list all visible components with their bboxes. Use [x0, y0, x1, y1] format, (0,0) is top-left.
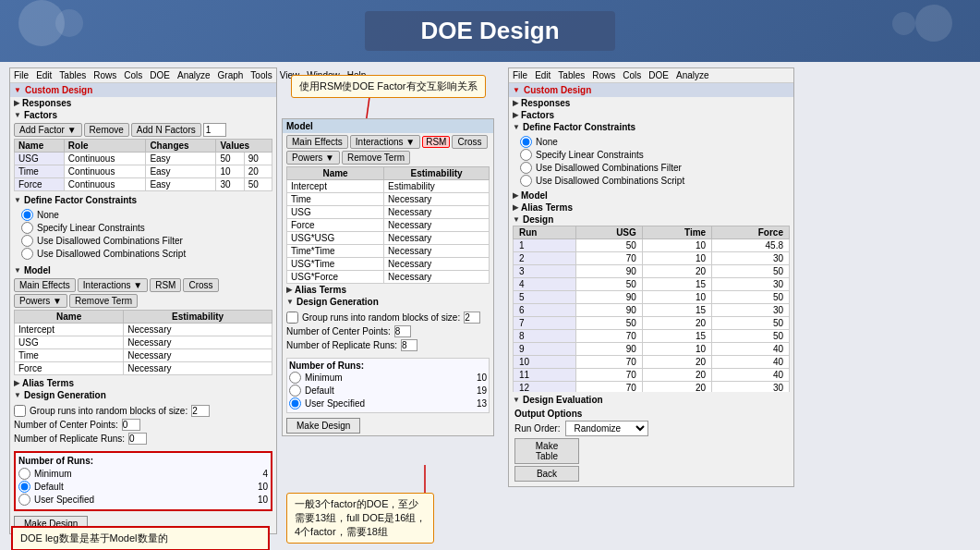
- n-factors-input[interactable]: [203, 123, 226, 137]
- r-menu-rows[interactable]: Rows: [592, 70, 615, 80]
- right-radio-linear-input[interactable]: [520, 149, 532, 161]
- design-force: 50: [712, 330, 790, 343]
- powers-btn[interactable]: Powers ▼: [14, 294, 67, 308]
- col-changes: Changes: [146, 140, 216, 153]
- mid-main-effects-btn[interactable]: Main Effects: [286, 135, 348, 149]
- r-menu-doe[interactable]: DOE: [648, 70, 669, 80]
- right-menubar: File Edit Tables Rows Cols DOE Analyze: [509, 68, 793, 83]
- make-table-button[interactable]: Make Table: [514, 438, 579, 464]
- mid-powers-btn[interactable]: Powers ▼: [286, 151, 340, 165]
- right-define-constraints-section[interactable]: Define Factor Constraints: [509, 121, 793, 133]
- group-runs-checkbox[interactable]: [14, 405, 26, 417]
- menu-tools[interactable]: Tools: [250, 70, 272, 80]
- mid-rsm-btn[interactable]: RSM: [422, 136, 450, 148]
- mid-runs-default-radio[interactable]: [289, 385, 301, 397]
- mid-interactions-btn[interactable]: Interactions ▼: [350, 135, 420, 149]
- factors-section[interactable]: Factors: [10, 109, 276, 121]
- r-menu-edit[interactable]: Edit: [535, 70, 550, 80]
- interactions-btn[interactable]: Interactions ▼: [78, 278, 148, 292]
- center-points-input[interactable]: [122, 419, 140, 431]
- header: DOE Design: [0, 0, 980, 62]
- runs-min-value: 4: [244, 469, 268, 479]
- factor-role: Continuous: [64, 165, 146, 178]
- runs-default-radio[interactable]: [18, 481, 30, 493]
- table-row: 6 90 15 30: [514, 304, 790, 317]
- mid-runs-min-val: 10: [449, 373, 487, 383]
- menu-doe[interactable]: DOE: [150, 70, 170, 80]
- add-factor-button[interactable]: Add Factor ▼: [14, 123, 82, 137]
- mid-col-name: Name: [287, 167, 384, 180]
- radio-linear-label: Specify Linear Constraints: [37, 223, 145, 233]
- right-alias-section[interactable]: Alias Terms: [509, 202, 793, 214]
- group-runs-input[interactable]: [191, 405, 210, 417]
- menu-graph[interactable]: Graph: [218, 70, 244, 80]
- radio-linear-input[interactable]: [21, 222, 33, 234]
- design-col-usg: USG: [575, 226, 642, 239]
- cross-btn[interactable]: Cross: [183, 278, 218, 292]
- mid-rep-runs-input[interactable]: [401, 339, 417, 351]
- design-force: 30: [712, 252, 790, 265]
- mid-group-runs-checkbox[interactable]: [286, 312, 298, 324]
- menu-cols[interactable]: Cols: [124, 70, 142, 80]
- table-row: Time Continuous Easy 10 20: [15, 165, 272, 178]
- right-factors-section[interactable]: Factors: [509, 109, 793, 121]
- r-menu-file[interactable]: File: [513, 70, 527, 80]
- rsm-btn[interactable]: RSM: [150, 278, 181, 292]
- main-effects-btn[interactable]: Main Effects: [14, 278, 76, 292]
- mid-alias-section[interactable]: Alias Terms: [283, 284, 493, 296]
- model-table: Name Estimability Intercept NecessaryUSG…: [14, 310, 272, 375]
- design-run: 1: [514, 239, 576, 252]
- menu-analyze[interactable]: Analyze: [177, 70, 211, 80]
- r-menu-tables[interactable]: Tables: [558, 70, 585, 80]
- add-n-factors-button[interactable]: Add N Factors: [131, 123, 201, 137]
- mid-runs-user-radio[interactable]: [289, 397, 301, 409]
- group-runs-row: Group runs into random blocks of size:: [14, 405, 272, 417]
- runs-user-radio[interactable]: [18, 494, 30, 506]
- menu-tables[interactable]: Tables: [59, 70, 86, 80]
- menu-edit[interactable]: Edit: [36, 70, 52, 80]
- design-run: 3: [514, 265, 576, 278]
- menu-file[interactable]: File: [14, 70, 29, 80]
- col-values: Values: [216, 140, 272, 153]
- remove-button[interactable]: Remove: [84, 123, 129, 137]
- design-eval-section[interactable]: Design Evaluation: [509, 394, 793, 406]
- mid-remove-term-btn[interactable]: Remove Term: [342, 151, 410, 165]
- mid-runs-min-radio[interactable]: [289, 372, 301, 384]
- min-runs-annotation: 一般3个factor的DOE，至少 需要13组，full DOE是16组， 4个…: [286, 493, 434, 544]
- r-menu-analyze[interactable]: Analyze: [676, 70, 709, 80]
- right-design-section[interactable]: Design: [509, 214, 793, 226]
- radio-script-input[interactable]: [21, 248, 33, 260]
- model-section[interactable]: Model: [10, 264, 276, 276]
- define-factor-constraints-section[interactable]: Define Factor Constraints: [10, 194, 276, 206]
- replicate-runs-input[interactable]: [128, 433, 147, 445]
- mid-cross-btn[interactable]: Cross: [452, 135, 487, 149]
- design-time: 20: [642, 382, 711, 393]
- radio-none-input[interactable]: [21, 209, 33, 221]
- mid-group-runs-input[interactable]: [464, 312, 480, 324]
- design-run: 4: [514, 278, 576, 291]
- design-usg: 50: [575, 239, 642, 252]
- mid-model-name: Time*Time: [287, 245, 384, 258]
- design-time: 15: [642, 278, 711, 291]
- remove-term-btn[interactable]: Remove Term: [69, 294, 138, 308]
- right-model-section[interactable]: Model: [509, 189, 793, 202]
- right-radio-none-input[interactable]: [520, 136, 532, 148]
- design-col-time: Time: [642, 226, 711, 239]
- right-radio-none-label: None: [536, 137, 558, 147]
- right-radio-script-input[interactable]: [520, 175, 532, 187]
- responses-section[interactable]: Responses: [10, 97, 276, 109]
- right-responses-section[interactable]: Responses: [509, 97, 793, 109]
- back-button[interactable]: Back: [514, 466, 579, 482]
- right-radio-filter-input[interactable]: [520, 162, 532, 174]
- radio-filter-input[interactable]: [21, 235, 33, 247]
- menu-rows[interactable]: Rows: [93, 70, 116, 80]
- table-row: 8 70 15 50: [514, 330, 790, 343]
- mid-make-design-btn[interactable]: Make Design: [286, 418, 360, 434]
- run-order-select[interactable]: Randomize Sequential: [565, 421, 648, 436]
- design-gen-section[interactable]: Design Generation: [10, 389, 276, 401]
- r-menu-cols[interactable]: Cols: [623, 70, 641, 80]
- mid-design-gen-section[interactable]: Design Generation: [283, 296, 493, 308]
- mid-center-pts-input[interactable]: [394, 325, 411, 337]
- runs-min-radio[interactable]: [18, 468, 30, 480]
- alias-terms-section[interactable]: Alias Terms: [10, 377, 276, 389]
